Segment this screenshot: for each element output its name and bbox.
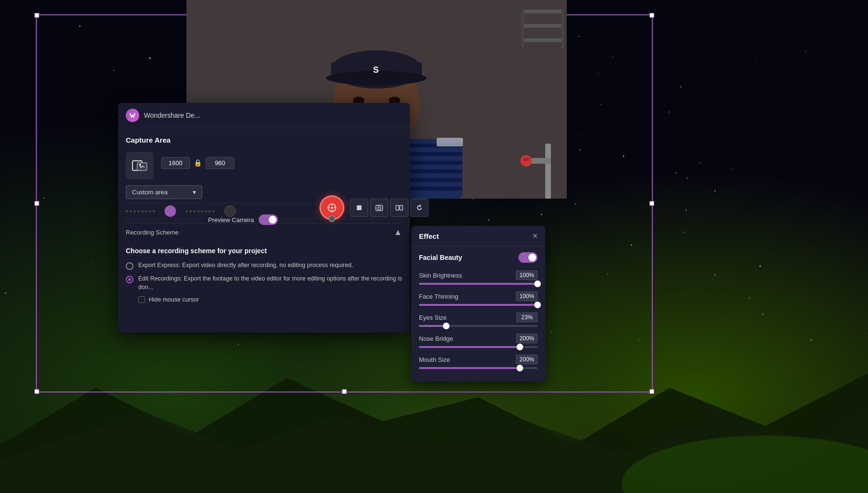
skin-brightness-fill	[419, 283, 538, 285]
mouth-size-header: Mouth Size 200%	[419, 355, 538, 364]
width-input[interactable]: 1600	[161, 157, 190, 169]
edit-recordings-option[interactable]: Edit Recordings: Export the footage to t…	[126, 275, 402, 291]
toolbar-buttons	[350, 199, 429, 217]
skin-brightness-group: Skin Brightness 100%	[419, 270, 538, 285]
split-icon	[396, 204, 403, 211]
choose-scheme-title: Choose a recording scheme for your proje…	[126, 247, 402, 255]
edit-recordings-radio[interactable]	[126, 276, 133, 283]
preview-camera-row: Preview Camera	[208, 214, 278, 225]
effect-title: Effect	[419, 232, 439, 240]
svg-rect-45	[400, 205, 403, 210]
skin-brightness-label: Skin Brightness	[419, 272, 462, 279]
eyes-size-track[interactable]	[419, 325, 538, 327]
dot-indicator	[329, 215, 335, 222]
face-thinning-fill	[419, 304, 538, 306]
skin-brightness-thumb	[534, 280, 541, 287]
nose-bridge-value: 200%	[516, 334, 538, 343]
ws-header: Wondershare De...	[118, 103, 410, 128]
stop-icon	[356, 204, 363, 211]
nose-bridge-header: Nose Bridge 200%	[419, 334, 538, 343]
capture-icon-btn[interactable]	[126, 152, 154, 179]
svg-text:S: S	[373, 65, 379, 75]
ws-title: Wondershare De...	[144, 112, 200, 119]
skin-brightness-value: 100%	[516, 270, 538, 280]
capture-type-dropdown[interactable]: Custom area ▾	[126, 185, 202, 199]
eyes-size-label: Eyes Size	[419, 314, 447, 321]
nose-bridge-fill	[419, 346, 520, 348]
preview-camera-label: Preview Camera	[208, 216, 254, 224]
mouth-size-group: Mouth Size 200%	[419, 355, 538, 369]
skin-brightness-track[interactable]	[419, 283, 538, 285]
skin-brightness-header: Skin Brightness 100%	[419, 270, 538, 280]
recording-toolbar	[319, 195, 429, 220]
svg-rect-13	[523, 158, 529, 161]
split-button[interactable]	[390, 199, 408, 217]
mouth-size-fill	[419, 367, 520, 369]
svg-rect-40	[357, 205, 362, 210]
svg-point-42	[378, 207, 381, 210]
crosshair-icon	[327, 202, 337, 213]
svg-rect-33	[437, 138, 463, 146]
face-thinning-track[interactable]	[419, 304, 538, 306]
svg-point-39	[331, 207, 333, 209]
eyes-size-value: 23%	[516, 313, 538, 322]
face-thinning-label: Face Thinning	[419, 293, 458, 300]
wondershare-icon	[128, 111, 137, 120]
svg-rect-6	[521, 24, 564, 28]
effect-header: Effect ×	[411, 226, 545, 246]
svg-rect-8	[521, 10, 524, 48]
recording-scheme-row: Recording Scheme ▲	[126, 223, 402, 241]
stop-button[interactable]	[350, 199, 368, 217]
capture-area-title: Capture Area	[126, 136, 402, 144]
hide-cursor-label: Hide mouse cursor	[149, 296, 199, 303]
nose-bridge-track[interactable]	[419, 346, 538, 348]
svg-rect-5	[521, 10, 564, 13]
svg-rect-43	[378, 205, 380, 206]
eyes-size-thumb	[443, 323, 450, 329]
svg-rect-44	[396, 205, 399, 210]
effect-body: Facial Beauty Skin Brightness 100% Face …	[411, 246, 545, 381]
capture-area-row: 1600 🔒 960	[126, 152, 402, 179]
facial-beauty-toggle[interactable]	[518, 252, 538, 263]
refresh-button[interactable]	[410, 199, 429, 217]
mic-indicator	[165, 205, 176, 217]
export-express-option[interactable]: Export Express: Export video directly af…	[126, 261, 402, 270]
nose-bridge-label: Nose Bridge	[419, 335, 453, 342]
toolbar-dots-right	[186, 210, 215, 213]
face-thinning-group: Face Thinning 100%	[419, 291, 538, 306]
export-express-radio[interactable]	[126, 262, 133, 270]
hide-cursor-row: Hide mouse cursor	[138, 296, 402, 303]
toolbar-dots-left	[126, 210, 155, 213]
scheme-toggle-button[interactable]: ▲	[394, 227, 402, 237]
export-express-label: Export Express: Export video directly af…	[138, 261, 353, 270]
face-thinning-thumb	[534, 302, 541, 308]
svg-rect-7	[521, 38, 564, 42]
svg-rect-10	[545, 144, 551, 199]
svg-rect-9	[561, 10, 564, 48]
hide-cursor-checkbox[interactable]	[138, 296, 145, 303]
mouth-size-track[interactable]	[419, 367, 538, 369]
preview-camera-toggle[interactable]	[259, 214, 278, 225]
effect-panel: Effect × Facial Beauty Skin Brightness 1…	[411, 226, 545, 381]
capture-icon	[132, 159, 147, 172]
eyes-size-fill	[419, 325, 446, 327]
svg-point-49	[139, 164, 141, 166]
ws-logo	[126, 109, 139, 122]
face-thinning-value: 100%	[516, 291, 538, 301]
eyes-size-header: Eyes Size 23%	[419, 313, 538, 322]
mouth-size-label: Mouth Size	[419, 356, 450, 363]
screenshot-button[interactable]	[370, 199, 388, 217]
dropdown-chevron-icon: ▾	[193, 189, 196, 196]
facial-beauty-label: Facial Beauty	[419, 254, 462, 261]
effect-close-button[interactable]: ×	[532, 232, 538, 240]
nose-bridge-thumb	[516, 344, 523, 350]
facial-beauty-row: Facial Beauty	[419, 252, 538, 263]
refresh-icon	[416, 204, 423, 212]
mouth-size-value: 200%	[516, 355, 538, 364]
screenshot-icon	[375, 204, 383, 211]
recording-scheme-label: Recording Scheme	[126, 229, 179, 236]
eyes-size-group: Eyes Size 23%	[419, 313, 538, 327]
height-input[interactable]: 960	[206, 157, 234, 169]
nose-bridge-group: Nose Bridge 200%	[419, 334, 538, 348]
resolution-controls: 1600 🔒 960	[161, 157, 234, 175]
